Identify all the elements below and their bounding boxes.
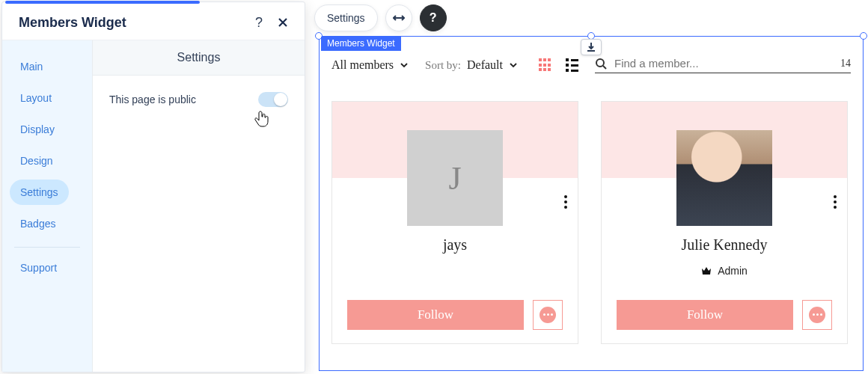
crown-icon [701,266,712,275]
search-icon [595,58,607,70]
grid-view-button[interactable] [539,58,552,72]
toggle-knob [274,93,287,106]
filter-dropdown[interactable]: All members [331,58,409,72]
avatar[interactable]: J [407,130,503,226]
panel-content: Settings This page is public [92,40,305,372]
chevron-down-icon [509,61,518,70]
filter-label: All members [331,58,394,72]
sidebar-item-settings[interactable]: Settings [10,180,69,205]
floating-controls: Settings ? [314,4,447,31]
chat-button[interactable] [802,300,832,330]
role-label: Admin [718,265,748,277]
search-input[interactable] [614,57,833,70]
follow-button[interactable]: Follow [347,300,524,330]
avatar[interactable] [676,130,772,226]
public-toggle[interactable] [258,92,288,107]
member-role [344,264,566,278]
sidebar-item-support[interactable]: Support [10,255,67,280]
sidebar-item-display[interactable]: Display [10,117,65,142]
panel-title: Members Widget [19,15,251,31]
members-widget-preview: All members Sort by: Default [331,50,851,370]
setting-public-row: This page is public [93,76,305,123]
member-cards: J jays Follow [331,101,851,344]
member-name: Julie Kennedy [614,236,835,254]
sidebar-item-main[interactable]: Main [10,54,53,79]
card-menu-button[interactable] [834,193,837,211]
member-count: 14 [840,58,851,70]
members-widget-panel: Members Widget ? Main Layout Display Des… [1,1,305,373]
chat-icon [809,307,825,323]
chevron-down-icon [400,61,409,70]
sidebar-divider [14,247,80,248]
help-icon[interactable]: ? [251,14,267,31]
card-menu-button[interactable] [564,193,567,211]
sort-value: Default [467,58,503,72]
content-heading: Settings [93,40,305,76]
list-view-button[interactable] [566,58,578,72]
question-icon: ? [430,11,437,25]
frame-tag[interactable]: Members Widget [321,37,401,51]
member-card[interactable]: J jays Follow [331,101,578,344]
sidebar-item-design[interactable]: Design [10,148,64,174]
close-button[interactable] [275,14,291,31]
panel-header: Members Widget ? [2,4,305,40]
search-input-wrap[interactable]: 14 [595,57,851,73]
sidebar-item-layout[interactable]: Layout [10,85,62,111]
sort-dropdown[interactable]: Default [467,58,518,72]
setting-public-label: This page is public [109,94,258,105]
avatar-initial: J [448,159,461,197]
avatar-photo [676,130,772,226]
svg-point-0 [596,59,604,67]
resize-button[interactable] [385,4,412,31]
editor-canvas: Settings ? Members Widget All members So… [314,0,868,374]
download-button[interactable] [581,39,602,55]
chat-icon [540,307,556,323]
member-card[interactable]: Julie Kennedy Admin Follow [601,101,848,344]
help-button[interactable]: ? [420,4,447,31]
settings-pill[interactable]: Settings [314,4,378,31]
panel-sidebar: Main Layout Display Design Settings Badg… [2,40,92,372]
sidebar-item-badges[interactable]: Badges [10,211,66,236]
widget-selection-frame[interactable]: All members Sort by: Default [319,36,864,371]
member-name: jays [344,236,566,254]
member-role: Admin [614,264,835,278]
sort-label: Sort by: [425,59,461,72]
chat-button[interactable] [533,300,563,330]
follow-button[interactable]: Follow [617,300,793,330]
